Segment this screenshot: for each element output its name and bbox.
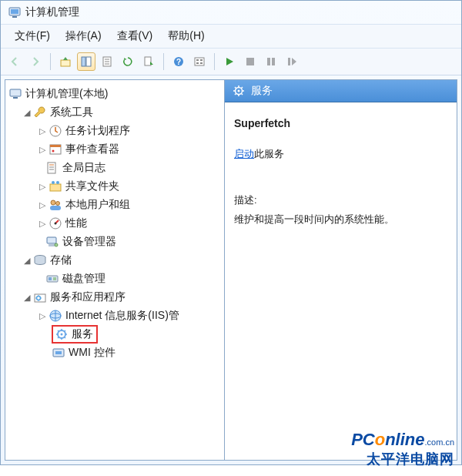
collapse-icon[interactable]: ◢ [22,256,32,265]
tree-shared-folders[interactable]: ▷ 共享文件夹 [8,177,221,196]
stop-service-button[interactable] [241,52,259,71]
svg-rect-46 [53,277,56,280]
tree-task-scheduler[interactable]: ▷ 任务计划程序 [8,122,221,140]
expand-icon[interactable]: ▷ [38,145,47,154]
svg-rect-45 [49,277,52,280]
tree-disk-management[interactable]: 磁盘管理 [8,270,221,288]
nav-back-button[interactable] [5,52,24,71]
svg-rect-41 [49,244,55,246]
svg-rect-10 [145,57,151,65]
properties-button[interactable] [98,52,116,71]
tree-storage-label: 存储 [50,253,72,267]
menu-action[interactable]: 操作(A) [58,28,109,45]
iis-icon [49,309,62,323]
tree-device-manager[interactable]: 设备管理器 [8,233,221,251]
clock-icon [49,124,62,138]
tree-root-label: 计算机管理(本地) [25,87,108,101]
storage-icon [33,253,47,267]
tree-storage[interactable]: ◢ 存储 [8,251,221,270]
detail-pane: 服务 Superfetch 启动此服务 描述: 维护和提高一段时间内的系统性能。 [225,79,457,461]
restart-service-button[interactable] [283,52,301,71]
svg-point-42 [55,243,58,246]
svg-rect-2 [11,9,18,14]
svg-rect-16 [200,59,203,61]
expand-icon[interactable]: ▷ [38,200,47,210]
tree-system-tools[interactable]: ◢ 系统工具 [8,103,221,122]
start-service-button[interactable] [220,52,239,71]
expand-icon[interactable]: ▷ [38,126,47,136]
computer-icon [8,87,22,101]
tree-services[interactable]: 服务 [8,325,221,344]
tree-apps-label: 服务和应用程序 [50,290,126,304]
pane-header: 服务 [225,80,457,102]
menu-help[interactable]: 帮助(H) [160,28,212,45]
menu-view[interactable]: 查看(V) [109,28,161,45]
menubar: 文件(F) 操作(A) 查看(V) 帮助(H) [1,24,461,49]
svg-point-35 [51,200,55,205]
device-icon [45,235,59,249]
separator [214,53,215,70]
svg-rect-40 [47,237,56,243]
svg-rect-15 [196,62,199,64]
gear-light-icon [233,85,245,97]
show-hide-tree-button[interactable] [77,52,95,71]
help-button[interactable]: ? [169,52,188,71]
svg-rect-19 [267,58,270,65]
svg-rect-21 [288,58,290,65]
svg-rect-26 [50,145,61,147]
tree-root[interactable]: 计算机管理(本地) [8,85,221,103]
expand-icon[interactable]: ▷ [38,219,47,228]
separator [163,53,164,70]
svg-point-34 [56,181,59,184]
svg-point-39 [55,223,57,225]
action-pane-button[interactable] [190,52,209,71]
tree-event-viewer[interactable]: ▷ 事件查看器 [8,140,221,159]
svg-rect-22 [10,89,21,96]
collapse-icon[interactable]: ◢ [22,108,32,117]
export-button[interactable] [139,52,158,71]
tree-wmi[interactable]: WMI 控件 [8,344,221,362]
svg-rect-17 [200,62,203,64]
apps-icon [33,290,47,304]
svg-rect-14 [196,59,199,61]
users-icon [49,198,62,212]
perf-icon [49,216,62,230]
svg-point-36 [56,202,60,206]
svg-rect-13 [195,58,204,65]
tree-global-log[interactable]: 全局日志 [8,159,221,177]
expand-icon[interactable]: ▷ [38,182,47,191]
svg-rect-28 [48,163,55,173]
up-button[interactable] [56,52,75,71]
tree-services-apps[interactable]: ◢ 服务和应用程序 [8,288,221,307]
svg-rect-23 [13,97,18,99]
svg-point-33 [52,181,55,184]
start-link[interactable]: 启动 [234,148,254,159]
collapse-icon[interactable]: ◢ [22,293,32,302]
refresh-button[interactable] [119,52,137,71]
desc-label: 描述: [234,191,447,210]
tree-performance[interactable]: ▷ 性能 [8,214,221,233]
svg-rect-3 [61,60,70,66]
pause-service-button[interactable] [262,52,280,71]
menu-file[interactable]: 文件(F) [7,28,58,45]
svg-rect-5 [86,57,91,66]
wrench-icon [33,106,47,119]
titlebar: 计算机管理 [1,1,461,24]
expand-icon[interactable]: ▷ [38,311,47,320]
svg-point-27 [52,150,55,153]
toolbar: ? [1,49,461,75]
app-icon [8,6,21,18]
share-icon [49,179,62,193]
desc-text: 维护和提高一段时间内的系统性能。 [234,210,447,230]
nav-forward-button[interactable] [26,52,45,71]
svg-rect-32 [50,184,61,191]
svg-point-57 [238,90,240,92]
tree-local-users[interactable]: ▷ 本地用户和组 [8,196,221,214]
tree-pane: 计算机管理(本地) ◢ 系统工具 ▷ 任务计划程序 ▷ 事件查看器 全局日志 [5,79,225,461]
log-icon [45,161,59,175]
service-name: Superfetch [234,113,447,134]
svg-text:?: ? [176,58,181,66]
tree-iis[interactable]: ▷ Internet 信息服务(IIS)管 [8,307,221,325]
services-icon [55,327,69,341]
svg-point-53 [61,334,63,336]
